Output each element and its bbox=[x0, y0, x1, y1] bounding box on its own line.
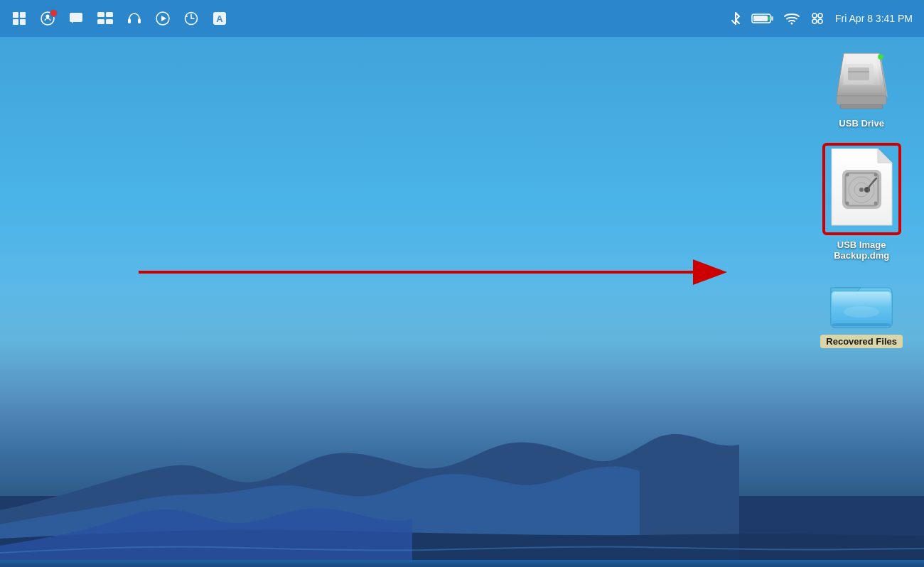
headphones-menubar-icon[interactable] bbox=[127, 11, 142, 26]
landscape-bg bbox=[0, 382, 924, 567]
recovered-files-label: Recovered Files bbox=[820, 335, 903, 348]
svg-rect-20 bbox=[771, 16, 773, 21]
svg-rect-11 bbox=[106, 19, 113, 24]
svg-point-43 bbox=[874, 173, 877, 177]
desktop: A bbox=[0, 0, 924, 567]
svg-rect-12 bbox=[128, 18, 131, 23]
svg-point-50 bbox=[844, 306, 879, 318]
bluetooth-menubar-icon[interactable] bbox=[730, 11, 741, 26]
svg-rect-49 bbox=[832, 323, 891, 326]
usb-drive-desktop-icon[interactable]: USB Drive bbox=[826, 46, 897, 129]
svg-point-30 bbox=[878, 54, 883, 60]
messages-menubar-icon[interactable] bbox=[68, 11, 84, 26]
svg-point-24 bbox=[812, 14, 817, 18]
mission-control-menubar-icon[interactable] bbox=[97, 11, 114, 26]
dmg-file-highlight-border bbox=[822, 143, 901, 235]
svg-point-6 bbox=[46, 15, 50, 18]
dmg-file-desktop-icon[interactable]: USB Image Backup.dmg bbox=[822, 143, 901, 261]
recovered-files-folder-icon[interactable]: Recovered Files bbox=[820, 275, 903, 348]
svg-rect-8 bbox=[97, 12, 104, 17]
usb-drive-label: USB Drive bbox=[839, 118, 884, 129]
menubar-datetime[interactable]: Fri Apr 8 3:41 PM bbox=[835, 13, 913, 24]
app-menu-icon[interactable] bbox=[11, 11, 27, 26]
svg-text:A: A bbox=[216, 14, 223, 24]
time-machine-menubar-icon[interactable] bbox=[183, 11, 199, 26]
dock-bar bbox=[0, 560, 924, 567]
svg-point-38 bbox=[864, 187, 870, 193]
dmg-file-label: USB Image Backup.dmg bbox=[834, 239, 889, 261]
wifi-menubar-icon[interactable] bbox=[784, 12, 800, 25]
svg-rect-32 bbox=[848, 68, 869, 80]
svg-rect-29 bbox=[840, 104, 883, 109]
control-center-menubar-icon[interactable] bbox=[810, 11, 825, 26]
svg-rect-28 bbox=[837, 96, 886, 104]
battery-menubar-icon[interactable] bbox=[751, 12, 774, 25]
svg-rect-3 bbox=[13, 19, 18, 25]
svg-rect-48 bbox=[832, 292, 891, 308]
svg-rect-13 bbox=[138, 18, 141, 23]
svg-rect-1 bbox=[13, 12, 18, 18]
svg-point-26 bbox=[812, 19, 817, 23]
svg-rect-21 bbox=[753, 16, 768, 21]
menubar: A bbox=[0, 0, 924, 37]
svg-point-42 bbox=[845, 173, 849, 177]
svg-rect-7 bbox=[70, 13, 82, 22]
svg-rect-4 bbox=[20, 19, 26, 25]
dmg-file-svg bbox=[828, 148, 896, 227]
svg-rect-10 bbox=[97, 19, 104, 24]
svg-marker-15 bbox=[161, 16, 166, 21]
folder-svg bbox=[829, 275, 893, 332]
svg-point-23 bbox=[791, 23, 793, 25]
text-input-menubar-icon[interactable]: A bbox=[212, 11, 227, 26]
svg-rect-9 bbox=[106, 12, 113, 17]
svg-point-22 bbox=[768, 17, 770, 20]
svg-rect-2 bbox=[20, 12, 26, 18]
usb-drive-svg bbox=[829, 46, 893, 114]
svg-point-27 bbox=[818, 19, 822, 23]
svg-point-44 bbox=[845, 202, 849, 205]
facetime-menubar-icon[interactable] bbox=[40, 11, 55, 26]
menubar-right: Fri Apr 8 3:41 PM bbox=[730, 11, 913, 26]
red-arrow bbox=[139, 254, 736, 290]
menubar-icons-left: A bbox=[11, 11, 227, 26]
svg-point-25 bbox=[818, 14, 822, 18]
svg-point-45 bbox=[874, 202, 877, 205]
play-menubar-icon[interactable] bbox=[155, 11, 171, 26]
svg-point-41 bbox=[859, 188, 864, 192]
